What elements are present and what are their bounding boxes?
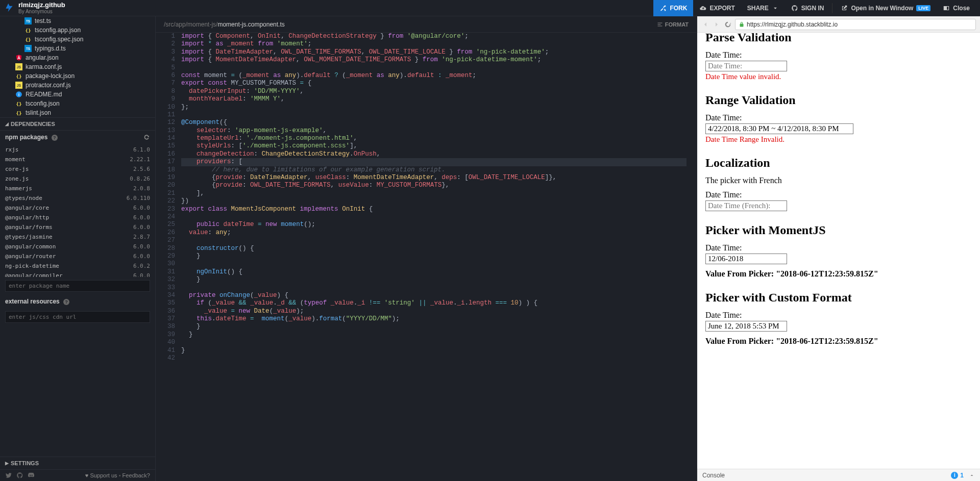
chevron-up-icon[interactable] (969, 472, 975, 478)
breadcrumb[interactable]: /src (164, 21, 174, 28)
dep-row[interactable]: hammerjs2.0.8 (0, 184, 155, 193)
tree-item[interactable]: angular.json (0, 53, 155, 62)
tree-item[interactable]: {}tslint.json (0, 108, 155, 117)
export-button[interactable]: EXPORT (693, 0, 741, 16)
range-datetime-input[interactable] (705, 123, 853, 134)
tree-item[interactable]: {}package-lock.json (0, 71, 155, 81)
dep-name: @angular/common (5, 243, 56, 250)
svg-text:JS: JS (17, 84, 21, 87)
dep-version: 2.22.1 (130, 156, 150, 163)
moment-datetime-input[interactable] (705, 254, 787, 264)
tree-item[interactable]: JSkarma.conf.js (0, 62, 155, 71)
url-bar[interactable]: https://rlmizqjz.github.stackblitz.io (735, 19, 976, 30)
file-icon: JS (15, 82, 22, 89)
dependencies-header[interactable]: ◢ DEPENDENCIES (0, 117, 155, 131)
file-icon: {} (24, 27, 32, 34)
dep-name: ng-pick-datetime (5, 263, 59, 269)
tree-item[interactable]: {}tsconfig.spec.json (0, 35, 155, 44)
github-icon[interactable] (16, 472, 23, 479)
file-icon: {} (15, 100, 22, 107)
dep-row[interactable]: core-js2.5.6 (0, 164, 155, 174)
console-bar[interactable]: Console i 1 (697, 469, 980, 481)
support-link[interactable]: Support us (90, 472, 117, 478)
breadcrumb[interactable]: /moment-js/ (186, 21, 218, 28)
parse-datetime-input[interactable] (705, 61, 787, 71)
dep-name: zone.js (5, 175, 29, 182)
breadcrumb-file[interactable]: moment-js.component.ts (217, 21, 284, 28)
close-preview-button[interactable]: Close (937, 0, 976, 16)
file-icon: i (15, 91, 22, 98)
tree-item-label: test.ts (35, 17, 51, 24)
file-tree: TStest.ts{}tsconfig.app.json{}tsconfig.s… (0, 16, 155, 117)
settings-header[interactable]: ▶ SETTINGS (0, 457, 155, 469)
tree-item[interactable]: TStypings.d.ts (0, 44, 155, 53)
dep-name: rxjs (5, 146, 19, 153)
github-icon (791, 5, 798, 12)
svg-text:JS: JS (17, 65, 21, 69)
french-datetime-input[interactable] (705, 200, 787, 211)
export-label: EXPORT (709, 5, 734, 12)
tree-item[interactable]: TStest.ts (0, 16, 155, 26)
format-button[interactable]: FORMAT (657, 21, 689, 28)
custom-format-heading: Picker with Custom Format (705, 291, 972, 305)
shuffle-icon (659, 5, 667, 12)
dep-row[interactable]: @angular/forms6.0.0 (0, 222, 155, 232)
file-icon: {} (15, 109, 22, 116)
logo-area: rlmizqjz.github By Anonymous (4, 2, 65, 14)
svg-text:{}: {} (25, 28, 31, 33)
open-new-window-button[interactable]: Open in New Window LIVE (835, 0, 937, 16)
custom-datetime-input[interactable] (705, 321, 787, 332)
dep-row[interactable]: @angular/compiler6.0.0 (0, 271, 155, 277)
project-author: By Anonymous (18, 9, 65, 14)
svg-text:{}: {} (16, 101, 21, 107)
tree-item[interactable]: JSprotractor.conf.js (0, 81, 155, 90)
npm-packages-header: npm packages ? (0, 131, 155, 144)
console-count: 1 (960, 472, 964, 479)
share-button[interactable]: SHARE (741, 0, 785, 16)
dep-row[interactable]: rxjs6.1.0 (0, 145, 155, 155)
dep-name: @angular/forms (5, 224, 53, 231)
help-icon[interactable]: ? (52, 135, 58, 141)
forward-icon[interactable] (713, 20, 721, 29)
tree-item[interactable]: iREADME.md (0, 90, 155, 99)
twitter-icon[interactable] (5, 472, 12, 479)
discord-icon[interactable] (28, 472, 35, 479)
dep-row[interactable]: @angular/core6.0.0 (0, 203, 155, 213)
dep-row[interactable]: moment2.22.1 (0, 155, 155, 164)
help-icon[interactable]: ? (63, 299, 69, 305)
dep-row[interactable]: @angular/common6.0.0 (0, 242, 155, 251)
dep-row[interactable]: @angular/router6.0.0 (0, 251, 155, 261)
signin-button[interactable]: SIGN IN (785, 0, 830, 16)
file-icon: {} (15, 72, 22, 80)
dep-version: 6.0.0 (133, 243, 150, 250)
feedback-link[interactable]: Feedback? (122, 472, 150, 478)
cdn-url-input[interactable] (5, 311, 150, 323)
dep-row[interactable]: zone.js0.8.26 (0, 174, 155, 184)
dep-row[interactable]: @types/node6.0.110 (0, 193, 155, 203)
back-icon[interactable] (701, 20, 709, 29)
topbar: rlmizqjz.github By Anonymous FORK EXPORT… (0, 0, 980, 16)
dep-version: 6.0.0 (133, 205, 150, 211)
tree-item[interactable]: {}tsconfig.json (0, 99, 155, 108)
dep-row[interactable]: @angular/http6.0.0 (0, 213, 155, 222)
tree-item-label: tsconfig.app.json (35, 27, 81, 34)
close-label: Close (953, 5, 970, 12)
datetime-label: Date Time: (705, 50, 972, 60)
console-label: Console (702, 472, 725, 479)
breadcrumb[interactable]: /app (174, 21, 185, 28)
dep-row[interactable]: ng-pick-datetime6.0.2 (0, 261, 155, 271)
ext-header-label: external resources (5, 298, 60, 305)
format-label: FORMAT (665, 21, 689, 28)
dep-row[interactable]: @types/jasmine2.8.7 (0, 232, 155, 242)
fork-button[interactable]: FORK (653, 0, 693, 16)
tree-item[interactable]: {}tsconfig.app.json (0, 26, 155, 35)
svg-text:i: i (18, 92, 19, 97)
package-name-input[interactable] (5, 280, 150, 292)
value-from-picker: Value From Picker: "2018-06-12T12:23:59.… (705, 269, 878, 278)
external-link-icon (841, 5, 848, 12)
project-name[interactable]: rlmizqjz.github (18, 2, 65, 9)
code-editor[interactable]: 1234567891011121314151617181920212223242… (156, 33, 697, 481)
refresh-icon[interactable] (143, 134, 150, 141)
reload-icon[interactable] (724, 20, 732, 29)
list-icon (657, 21, 663, 28)
